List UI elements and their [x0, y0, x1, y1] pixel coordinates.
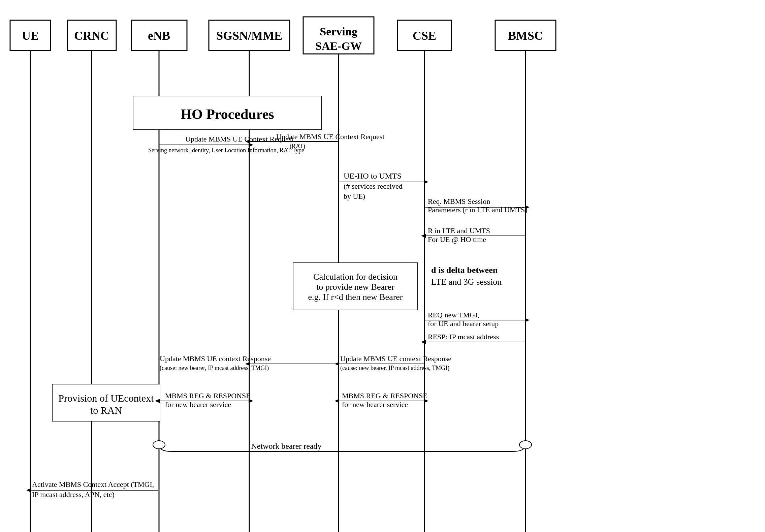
svg-text:CSE: CSE — [413, 29, 436, 42]
svg-text:UE-HO to UMTS: UE-HO to UMTS — [344, 171, 402, 180]
svg-text:SGSN/MME: SGSN/MME — [216, 29, 282, 42]
svg-marker-52 — [525, 318, 530, 322]
svg-text:RESP: IP mcast address: RESP: IP mcast address — [428, 333, 499, 341]
svg-text:Provision of UEcontext: Provision of UEcontext — [58, 393, 154, 404]
svg-marker-33 — [424, 180, 428, 184]
svg-rect-22 — [133, 96, 322, 130]
svg-marker-56 — [421, 340, 426, 344]
svg-text:Serving: Serving — [320, 25, 357, 38]
svg-text:For UE @ HO time: For UE @ HO time — [428, 235, 486, 244]
svg-text:Update MBMS UE Context Request: Update MBMS UE Context Request — [185, 135, 293, 143]
svg-text:HO Procedures: HO Procedures — [181, 106, 274, 122]
svg-rect-8 — [303, 17, 374, 54]
svg-rect-2 — [67, 20, 116, 51]
svg-text:Update MBMS UE context Respons: Update MBMS UE context Response — [340, 354, 451, 363]
svg-rect-4 — [131, 20, 187, 51]
svg-text:MBMS REG & RESPONSE: MBMS REG & RESPONSE — [165, 392, 251, 400]
svg-text:by UE): by UE) — [344, 192, 365, 200]
svg-marker-63 — [334, 362, 339, 366]
svg-marker-29 — [245, 139, 250, 144]
svg-marker-42 — [421, 234, 426, 238]
svg-text:IP mcast address, APN, etc): IP mcast address, APN, etc) — [32, 490, 115, 499]
svg-rect-13 — [495, 20, 556, 51]
svg-text:Activate MBMS Context Accept (: Activate MBMS Context Accept (TMGI, — [32, 480, 154, 489]
svg-text:Update MBMS UE Context Request: Update MBMS UE Context Request — [276, 132, 384, 141]
svg-text:(cause: new bearer, IP mcast a: (cause: new bearer, IP mcast address, TM… — [160, 365, 269, 372]
svg-text:d is delta between: d is delta between — [431, 265, 498, 275]
svg-text:eNB: eNB — [148, 29, 170, 42]
svg-text:LTE and 3G session: LTE and 3G session — [431, 277, 502, 287]
svg-point-80 — [519, 441, 532, 449]
svg-text:for new bearer service: for new bearer service — [342, 400, 408, 409]
svg-rect-6 — [209, 20, 290, 51]
svg-text:Network bearer ready: Network bearer ready — [251, 442, 321, 450]
svg-point-79 — [153, 441, 165, 449]
svg-text:Update MBMS UE context Respons: Update MBMS UE context Response — [160, 354, 271, 363]
svg-marker-76 — [424, 399, 428, 403]
svg-text:R in LTE and UMTS: R in LTE and UMTS — [428, 226, 490, 235]
svg-text:Req. MBMS Session: Req. MBMS Session — [428, 197, 490, 206]
svg-rect-0 — [10, 20, 51, 51]
svg-text:for new bearer service: for new bearer service — [165, 400, 231, 409]
svg-text:(cause: new bearer, IP mcast a: (cause: new bearer, IP mcast address, TM… — [340, 365, 449, 372]
svg-text:for UE and bearer setup: for UE and bearer setup — [428, 319, 499, 328]
sequence-diagram-svg: UE CRNC eNB SGSN/MME Serving SAE-GW CSE … — [0, 0, 765, 532]
svg-marker-70 — [155, 399, 160, 403]
svg-text:Parameters (r in LTE and UMTS): Parameters (r in LTE and UMTS) — [428, 206, 528, 214]
svg-text:(# services received: (# services received — [344, 182, 403, 190]
svg-text:SAE-GW: SAE-GW — [315, 40, 362, 52]
svg-marker-71 — [249, 399, 253, 403]
svg-text:MBMS REG & RESPONSE: MBMS REG & RESPONSE — [342, 392, 427, 400]
svg-text:Serving network Identity, User: Serving network Identity, User Location … — [148, 147, 304, 154]
svg-marker-38 — [525, 205, 530, 209]
svg-text:to provide new Bearer: to provide new Bearer — [316, 282, 394, 292]
svg-text:BMSC: BMSC — [508, 29, 543, 42]
svg-text:(RAT): (RAT) — [290, 143, 305, 150]
svg-rect-66 — [52, 384, 160, 421]
diagram: UE CRNC eNB SGSN/MME Serving SAE-GW CSE … — [0, 0, 765, 532]
svg-text:CRNC: CRNC — [74, 29, 109, 42]
svg-text:UE: UE — [22, 29, 39, 42]
svg-rect-45 — [293, 263, 418, 310]
svg-text:to RAN: to RAN — [90, 405, 122, 416]
svg-marker-59 — [245, 362, 250, 366]
svg-rect-11 — [397, 20, 451, 51]
svg-marker-25 — [249, 143, 253, 147]
svg-marker-83 — [26, 488, 31, 492]
svg-text:Calculation for decision: Calculation for decision — [313, 272, 397, 282]
svg-text:e.g. If r<d then new Bearer: e.g. If r<d then new Bearer — [308, 292, 403, 302]
svg-text:REQ new TMGI,: REQ new TMGI, — [428, 311, 479, 319]
svg-marker-75 — [334, 399, 339, 403]
